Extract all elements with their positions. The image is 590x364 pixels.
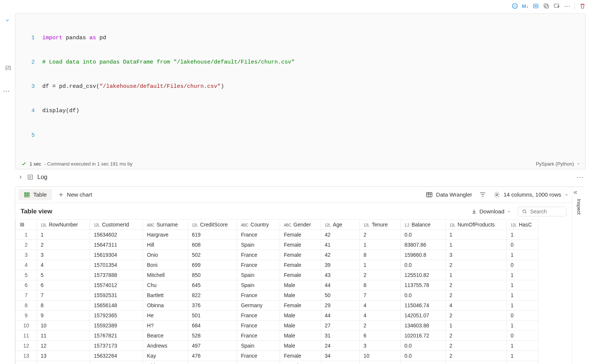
table-cell: 13 (37, 351, 90, 361)
search-input[interactable] (518, 207, 566, 216)
table-view-title: Table view (21, 208, 52, 215)
table-row[interactable]: 131315632264Kay476FranceFemale34100.021 (16, 351, 539, 361)
table-cell: Chin (143, 361, 188, 364)
column-header[interactable]: 12LTenure (360, 219, 400, 229)
expand-log-icon[interactable] (18, 175, 23, 180)
column-header[interactable]: ABCGender (280, 219, 321, 229)
table-row[interactable]: 8815656148Obinna376GermanyFemale29411504… (16, 300, 539, 310)
svg-rect-15 (28, 196, 30, 197)
table-cell: 11 (37, 330, 90, 340)
table-cell: 0 (507, 310, 538, 320)
table-cell: Female (280, 250, 321, 260)
column-header[interactable]: 12LNumOfProducts (445, 219, 507, 229)
cell-side-menu-icon[interactable]: ⋯ (3, 87, 10, 95)
filter-icon[interactable] (479, 191, 486, 198)
table-cell: 15592389 (90, 320, 143, 330)
svg-rect-9 (28, 192, 30, 194)
table-row[interactable]: 111115767821Bearce528FranceMale316102016… (16, 330, 539, 340)
table-cell: Boni (143, 260, 188, 270)
svg-rect-7 (24, 192, 26, 194)
clear-output-icon[interactable] (531, 1, 540, 10)
table-cell: Hargrave (143, 229, 188, 240)
table-cell: 14 (16, 361, 37, 364)
log-label[interactable]: Log (37, 174, 47, 181)
table-row[interactable]: 7715592531Bartlett822FranceMale5070.021 (16, 290, 539, 300)
more-icon[interactable]: ⋯ (563, 1, 572, 10)
table-cell: 27 (321, 320, 360, 330)
table-cell: 0 (507, 240, 538, 250)
table-cell: 1 (507, 340, 538, 351)
svg-rect-5 (554, 4, 559, 7)
table-cell: 501 (188, 310, 237, 320)
table-cell: 24 (321, 340, 360, 351)
column-header[interactable]: 12LCreditScore (188, 219, 237, 229)
table-cell: Spain (237, 240, 280, 250)
table-cell: 15634602 (90, 229, 143, 240)
table-cell: 1 (507, 250, 538, 260)
log-more-icon[interactable]: ⋯ (577, 173, 586, 181)
column-header[interactable]: 1.2Balance (400, 219, 445, 229)
table-row[interactable]: 9915792365He501FranceMale444142051.0720 (16, 310, 539, 320)
download-button[interactable]: Download (471, 208, 511, 215)
data-wrangler-button[interactable]: Data Wrangler (425, 191, 472, 198)
column-header[interactable]: 12LAge (321, 219, 360, 229)
table-row[interactable]: 3315619304Onio502FranceFemale428159660.8… (16, 250, 539, 260)
table-cell: France (237, 320, 280, 330)
table-cell: 25 (321, 361, 360, 364)
table-cell: 0.0 (400, 361, 445, 364)
cell-action-toolbar: M↓ ⋯ (0, 0, 590, 12)
table-row[interactable]: 5515737888Mitchell850SpainFemale43212551… (16, 270, 539, 280)
table-cell: 15632264 (90, 351, 143, 361)
column-header[interactable]: 12LCustomerId (90, 219, 143, 229)
table-cell: Female (280, 270, 321, 280)
column-header[interactable]: ABCSurname (143, 219, 188, 229)
add-below-icon[interactable] (552, 1, 561, 10)
table-cell: 376 (188, 300, 237, 310)
table-cell: 1 (507, 351, 538, 361)
table-cell: 142051.07 (400, 310, 445, 320)
table-row[interactable]: 4415701354Boni699FranceFemale3910.020 (16, 260, 539, 270)
column-header[interactable]: ABCCountry (237, 219, 280, 229)
table-cell: Spain (237, 270, 280, 280)
markdown-icon[interactable]: M↓ (521, 1, 530, 10)
run-interaction-icon[interactable] (510, 1, 519, 10)
search-field[interactable] (529, 208, 559, 215)
table-cell: 4 (445, 300, 507, 310)
columns-rows-button[interactable]: 14 columns, 1000 rows (493, 191, 569, 198)
table-cell: 6 (360, 330, 400, 340)
table-cell: 15619304 (90, 250, 143, 260)
table-cell: 822 (188, 290, 237, 300)
table-row[interactable]: 6615574012Chu645SpainMale448113755.7821 (16, 280, 539, 290)
copy-icon[interactable] (542, 1, 551, 10)
delete-icon[interactable] (578, 1, 587, 10)
new-chart-button[interactable]: New chart (53, 189, 97, 200)
tab-table[interactable]: Table (18, 189, 52, 200)
column-header[interactable]: 12LRowNumber (37, 219, 90, 229)
collapse-cell-icon[interactable] (5, 18, 10, 23)
table-cell: 7 (16, 290, 37, 300)
table-cell: 5 (16, 270, 37, 280)
column-header[interactable] (16, 219, 37, 229)
table-row[interactable]: 141415691483Chin549FranceFemale2550.020 (16, 361, 539, 364)
table-cell: Male (280, 280, 321, 290)
svg-point-17 (496, 194, 498, 195)
table-row[interactable]: 121215737173Andrews497SpainMale2430.021 (16, 340, 539, 351)
table-cell: Bartlett (143, 290, 188, 300)
table-row[interactable]: 101015592389H?684FranceMale272134603.881… (16, 320, 539, 330)
code-editor[interactable]: 1import pandas as pd 2# Load data into p… (15, 14, 585, 160)
table-cell: Male (280, 320, 321, 330)
table-cell: Female (280, 229, 321, 240)
table-row[interactable]: 1115634602Hargrave619FranceFemale4220.01… (16, 229, 539, 240)
table-cell: Bearce (143, 330, 188, 340)
svg-rect-12 (28, 194, 30, 196)
table-cell: 2 (445, 310, 507, 320)
table-cell: 699 (188, 260, 237, 270)
table-cell: Male (280, 330, 321, 340)
column-header[interactable]: 12LHasC (507, 219, 538, 229)
table-cell: 1 (507, 300, 538, 310)
expand-inspect-icon[interactable] (572, 190, 586, 195)
kernel-label[interactable]: PySpark (Python) (536, 161, 574, 167)
table-cell: Female (280, 260, 321, 270)
inspect-panel-tab[interactable]: Inspect (572, 187, 586, 364)
table-row[interactable]: 2215647311Hill608SpainFemale41183807.861… (16, 240, 539, 250)
